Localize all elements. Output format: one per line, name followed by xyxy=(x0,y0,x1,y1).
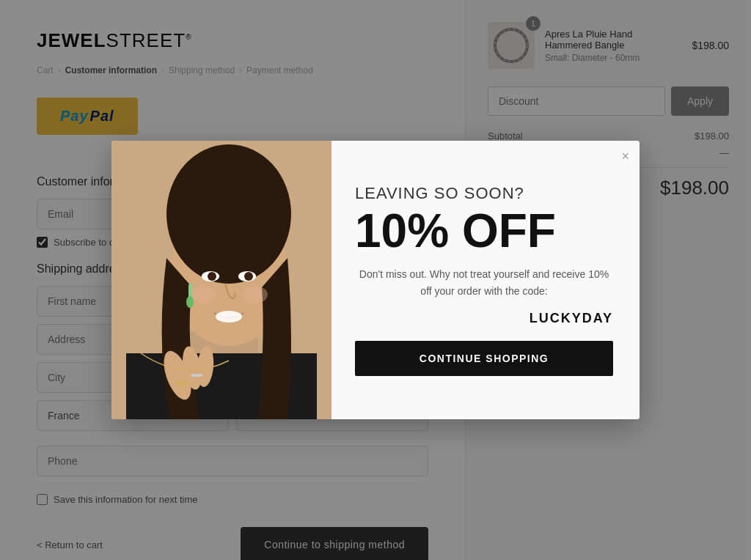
svg-rect-19 xyxy=(176,381,189,385)
svg-point-12 xyxy=(244,272,253,281)
svg-rect-20 xyxy=(191,374,202,377)
modal-close-button[interactable]: × xyxy=(621,150,629,163)
modal-image xyxy=(111,141,331,419)
svg-point-8 xyxy=(241,286,268,303)
modal-description: Don't miss out. Why not treat yourself a… xyxy=(355,266,613,299)
model-illustration xyxy=(111,141,331,419)
modal-discount-code: LUCKYDAY xyxy=(355,311,613,326)
svg-point-15 xyxy=(186,296,194,308)
modal-offer: 10% OFF xyxy=(355,207,613,254)
svg-point-13 xyxy=(216,311,242,323)
modal-heading: LEAVING SO SOON? xyxy=(355,184,613,203)
modal-content: LEAVING SO SOON? 10% OFF Don't miss out.… xyxy=(331,141,640,419)
svg-point-11 xyxy=(208,272,216,281)
modal: × xyxy=(111,141,640,419)
svg-point-6 xyxy=(166,144,291,284)
svg-point-7 xyxy=(190,286,216,303)
continue-shopping-button[interactable]: CONTINUE SHOPPING xyxy=(355,341,613,376)
modal-overlay[interactable]: × xyxy=(0,0,751,560)
